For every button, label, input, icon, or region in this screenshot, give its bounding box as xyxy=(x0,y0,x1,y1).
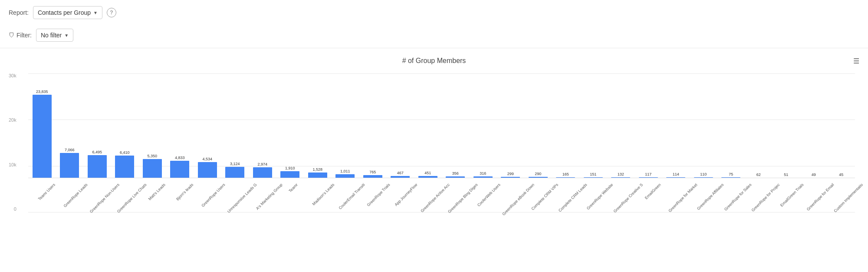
bar-group[interactable]: 51 xyxy=(773,73,800,178)
bar xyxy=(170,161,189,178)
chart-inner: 23,8357,0666,4956,4105,3504,8334,5343,12… xyxy=(28,73,855,212)
bar-group[interactable]: 7,066 xyxy=(56,73,84,178)
bar xyxy=(225,167,244,178)
bar-group[interactable]: 62 xyxy=(745,73,773,178)
bar-value-label: 49 xyxy=(812,172,816,177)
bar xyxy=(556,177,575,178)
bar-value-label: 4,833 xyxy=(175,156,185,160)
bar-value-label: 5,350 xyxy=(147,154,157,158)
bar-value-label: 299 xyxy=(507,172,514,176)
bar-value-label: 6,495 xyxy=(92,150,102,154)
bars-wrapper: 23,8357,0666,4956,4105,3504,8334,5343,12… xyxy=(28,73,855,178)
bar-value-label: 356 xyxy=(452,171,459,176)
bar xyxy=(115,156,134,178)
chart-title: # of Group Members xyxy=(9,57,859,65)
bar-group[interactable]: 117 xyxy=(635,73,662,178)
bar-value-label: 151 xyxy=(590,172,596,176)
bar-value-label: 165 xyxy=(562,172,569,176)
top-bar: Report: Contacts per Group ▼ ? xyxy=(0,0,868,25)
bar xyxy=(529,177,548,178)
bar-value-label: 132 xyxy=(618,172,624,176)
bar xyxy=(501,177,520,178)
bar-value-label: 23,835 xyxy=(36,90,48,94)
bar xyxy=(33,95,52,178)
bar-group[interactable]: 114 xyxy=(662,73,690,178)
bar-value-label: 4,534 xyxy=(202,157,212,161)
bar-value-label: 45 xyxy=(839,172,843,177)
y-axis-label: 10k xyxy=(9,163,16,167)
bar-group[interactable]: 49 xyxy=(800,73,828,178)
menu-icon[interactable]: ☰ xyxy=(853,57,859,65)
bar-group[interactable]: 1,528 xyxy=(304,73,332,178)
bar xyxy=(391,176,410,178)
bar-group[interactable]: 1,011 xyxy=(332,73,359,178)
y-axis: 30k20k10k0 xyxy=(9,73,16,212)
bar-group[interactable]: 451 xyxy=(414,73,442,178)
bar xyxy=(308,172,327,178)
bar xyxy=(611,177,630,178)
bar xyxy=(721,177,740,178)
y-axis-label: 30k xyxy=(9,73,16,78)
bar xyxy=(473,176,493,178)
bar-group[interactable]: 316 xyxy=(469,73,497,178)
bar-group[interactable]: 1,910 xyxy=(276,73,304,178)
bar-group[interactable]: 151 xyxy=(579,73,607,178)
bar-value-label: 451 xyxy=(424,171,431,175)
bar xyxy=(446,176,465,178)
y-axis-label: 20k xyxy=(9,118,16,123)
bar xyxy=(88,155,107,178)
bar-value-label: 467 xyxy=(397,171,404,175)
bar xyxy=(666,177,685,178)
bar-group[interactable]: 290 xyxy=(524,73,552,178)
bar-group[interactable]: 4,534 xyxy=(194,73,221,178)
bar xyxy=(694,177,713,178)
report-label: Report: xyxy=(9,9,29,16)
bar-group[interactable]: 765 xyxy=(359,73,387,178)
bar xyxy=(584,177,603,178)
report-dropdown[interactable]: Contacts per Group ▼ xyxy=(33,6,102,19)
bar-group[interactable]: 75 xyxy=(717,73,745,178)
bar-group[interactable]: 6,495 xyxy=(83,73,111,178)
bar-group[interactable]: 23,835 xyxy=(28,73,56,178)
bar-group[interactable]: 6,410 xyxy=(111,73,139,178)
bar xyxy=(60,153,79,178)
bar-value-label: 7,066 xyxy=(65,148,75,152)
bar xyxy=(280,171,299,178)
report-value: Contacts per Group xyxy=(38,9,91,16)
bar xyxy=(143,159,162,178)
bar-group[interactable]: 299 xyxy=(497,73,525,178)
bar-value-label: 110 xyxy=(700,172,707,176)
bar-value-label: 62 xyxy=(756,172,761,177)
bar-group[interactable]: 45 xyxy=(828,73,855,178)
help-icon[interactable]: ? xyxy=(107,8,116,17)
filter-bar: ⛉ Filter: No filter ▼ xyxy=(0,25,868,48)
bar-value-label: 117 xyxy=(645,172,651,176)
chart-area: 30k20k10k0 23,8357,0666,4956,4105,3504,8… xyxy=(28,73,855,212)
bar-value-label: 2,974 xyxy=(257,162,267,166)
bar-value-label: 3,124 xyxy=(230,162,240,166)
bar xyxy=(253,167,272,178)
bar xyxy=(363,175,382,178)
bar-group[interactable]: 110 xyxy=(690,73,717,178)
bar-value-label: 290 xyxy=(535,172,541,176)
bar-group[interactable]: 2,974 xyxy=(249,73,276,178)
filter-label: ⛉ Filter: xyxy=(9,32,32,39)
bar-value-label: 51 xyxy=(784,172,788,177)
bar xyxy=(639,177,658,178)
bar-group[interactable]: 132 xyxy=(607,73,635,178)
bar-group[interactable]: 356 xyxy=(442,73,470,178)
bar xyxy=(198,162,217,178)
chevron-down-icon: ▼ xyxy=(64,33,69,38)
bar-group[interactable]: 4,833 xyxy=(166,73,194,178)
bar-group[interactable]: 3,124 xyxy=(221,73,249,178)
bar-value-label: 75 xyxy=(729,172,733,176)
filter-value: No filter xyxy=(41,32,62,39)
chart-container: # of Group Members ☰ 30k20k10k0 23,8357,… xyxy=(0,48,868,217)
bar xyxy=(335,174,355,178)
bar-group[interactable]: 5,350 xyxy=(138,73,166,178)
bar-value-label: 765 xyxy=(369,170,376,174)
bar-group[interactable]: 165 xyxy=(552,73,580,178)
filter-dropdown[interactable]: No filter ▼ xyxy=(36,29,73,42)
chevron-down-icon: ▼ xyxy=(93,10,98,15)
bar-group[interactable]: 467 xyxy=(387,73,414,178)
